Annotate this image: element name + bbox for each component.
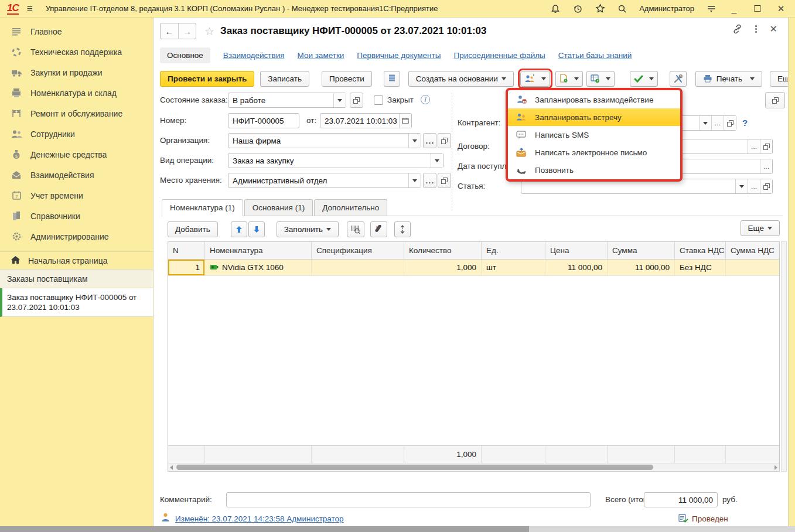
tab-nomenclature[interactable]: Номенклатура (1) — [162, 199, 243, 216]
chevron-down-icon[interactable] — [333, 93, 346, 107]
report-schedule-button[interactable] — [586, 71, 615, 87]
chevron-down-icon[interactable] — [735, 179, 748, 193]
sidebar-item-employees[interactable]: Сотрудники — [0, 124, 153, 144]
prices-open-button[interactable] — [765, 92, 785, 108]
post-and-close-button[interactable]: Провести и закрыть — [160, 71, 254, 87]
favorites-star-icon[interactable] — [595, 4, 605, 14]
row-height-button[interactable] — [394, 221, 411, 237]
storage-place-open-button[interactable] — [438, 173, 451, 188]
order-state-open-button[interactable] — [350, 93, 363, 108]
scrollbar-thumb[interactable] — [0, 526, 529, 532]
closed-checkbox[interactable] — [374, 96, 383, 105]
table-more-button[interactable]: Еще — [741, 220, 780, 236]
tab-main[interactable]: Основное — [160, 47, 210, 63]
organization-select-button[interactable]: … — [423, 133, 436, 148]
price-cell[interactable]: 11 000,00 — [545, 260, 608, 275]
column-header[interactable]: Сумма НДС — [726, 242, 779, 259]
chevron-down-icon[interactable] — [408, 134, 421, 148]
sidebar-item-purchases-sales[interactable]: Закупки и продажи — [0, 62, 153, 83]
minimize-icon[interactable]: _ — [728, 4, 740, 13]
create-based-on-button[interactable]: Создать на основании — [408, 71, 514, 87]
get-link-icon[interactable] — [732, 24, 742, 34]
select-ellipsis-icon[interactable]: … — [711, 116, 724, 130]
document-movements-button[interactable] — [384, 71, 400, 87]
specification-cell[interactable] — [312, 260, 404, 275]
column-header[interactable]: Ед. — [482, 242, 545, 259]
tab-my-notes[interactable]: Мои заметки — [297, 51, 344, 60]
organization-combobox[interactable]: Наша фирма — [228, 133, 421, 148]
open-icon[interactable] — [724, 116, 736, 130]
favorite-star-icon[interactable]: ☆ — [204, 25, 214, 38]
back-icon[interactable]: ← — [161, 23, 178, 39]
close-app-icon[interactable]: ✕ — [775, 4, 787, 14]
sidebar-tab-supplier-orders[interactable]: Заказы поставщикам — [0, 270, 153, 288]
open-icon[interactable] — [760, 139, 772, 154]
storage-place-select-button[interactable]: … — [423, 173, 436, 188]
print-button[interactable]: Печать — [695, 71, 762, 87]
sidebar-item-money[interactable]: $ Денежные средства — [0, 144, 153, 165]
nomenclature-cell[interactable]: NVidia GTX 1060 — [205, 260, 312, 275]
notifications-bell-icon[interactable] — [550, 4, 561, 14]
menu-item-write-sms[interactable]: Написать SMS — [508, 126, 680, 144]
fill-button[interactable]: Заполнить — [277, 221, 339, 237]
comment-input[interactable] — [226, 492, 591, 507]
scroll-left-icon[interactable] — [170, 465, 173, 470]
counterparty-help-icon[interactable]: ? — [742, 118, 748, 128]
storage-place-combobox[interactable]: Административный отдел — [228, 173, 421, 188]
search-icon[interactable] — [617, 4, 627, 14]
column-header[interactable]: N — [168, 242, 205, 259]
scroll-right-icon[interactable] — [774, 465, 777, 470]
tab-interactions[interactable]: Взаимодействия — [223, 51, 285, 60]
post-button[interactable]: Провести — [322, 71, 372, 87]
scrollbar-thumb[interactable] — [176, 465, 653, 470]
table-row[interactable]: 1 NVidia GTX 1060 1,000 шт 11 000,00 11 … — [168, 260, 779, 276]
table-vertical-scrollbar[interactable] — [781, 241, 787, 472]
calendar-icon[interactable] — [399, 114, 411, 128]
menu-item-call[interactable]: Позвонить — [508, 161, 680, 179]
number-input[interactable]: НФИТ-000005 — [228, 113, 299, 128]
sidebar-item-repair-service[interactable]: Ремонт и обслуживание — [0, 103, 153, 124]
sidebar-home-tab[interactable]: Начальная страница — [0, 251, 153, 270]
sidebar-item-catalogs[interactable]: Справочники — [0, 206, 153, 226]
history-icon[interactable] — [572, 4, 583, 14]
grand-total-input[interactable]: 11 000,00 — [644, 492, 718, 507]
service-tools-button[interactable] — [670, 71, 687, 87]
chevron-down-icon[interactable] — [431, 154, 443, 168]
tab-grounds[interactable]: Основания (1) — [244, 199, 313, 216]
info-icon[interactable]: i — [421, 95, 430, 104]
sum-cell[interactable]: 11 000,00 — [608, 260, 675, 275]
save-button[interactable]: Записать — [260, 71, 309, 87]
column-header[interactable]: Количество — [404, 242, 482, 259]
barcode-search-button[interactable] — [347, 221, 364, 237]
modified-link[interactable]: Изменён: 23.07.2021 14:23:58 Администрат… — [175, 514, 344, 523]
window-horizontal-scrollbar[interactable] — [0, 526, 795, 532]
sidebar-item-main[interactable]: Главное — [0, 21, 153, 42]
chevron-down-icon[interactable] — [699, 116, 711, 130]
main-menu-icon[interactable]: ≡ — [27, 3, 33, 15]
sidebar-item-interactions[interactable]: Взаимодействия — [0, 165, 153, 185]
quantity-cell[interactable]: 1,000 — [404, 260, 482, 275]
column-header[interactable]: Ставка НДС — [675, 242, 726, 259]
select-ellipsis-icon[interactable]: … — [748, 179, 760, 193]
doc-schedule-button[interactable] — [555, 71, 583, 87]
column-header[interactable]: Сумма — [608, 242, 675, 259]
date-input[interactable]: 23.07.2021 10:01:03 — [320, 113, 412, 128]
vat-sum-cell[interactable] — [726, 260, 779, 275]
tab-kb-articles[interactable]: Статьи базы знаний — [558, 51, 632, 60]
move-up-button[interactable] — [231, 221, 247, 237]
plan-interaction-menu-button[interactable] — [520, 71, 550, 87]
column-header[interactable]: Цена — [545, 242, 608, 259]
sidebar-item-administration[interactable]: Администрирование — [0, 226, 153, 247]
add-row-button[interactable]: Добавить — [168, 221, 218, 237]
menu-item-plan-meeting[interactable]: Запланировать встречу — [508, 108, 680, 126]
approve-button[interactable] — [630, 71, 658, 87]
tab-additional[interactable]: Дополнительно — [314, 199, 387, 216]
sidebar-item-time-tracking[interactable]: 7 Учет времени — [0, 185, 153, 206]
open-icon[interactable] — [760, 179, 772, 193]
service-menu-icon[interactable] — [706, 4, 716, 14]
tab-attached-files[interactable]: Присоединенные файлы — [453, 51, 545, 60]
close-form-icon[interactable]: ✕ — [770, 23, 777, 35]
sidebar-tab-active-document[interactable]: Заказ поставщику НФИТ-000005 от 23.07.20… — [0, 288, 153, 317]
forward-icon[interactable]: → — [178, 23, 196, 39]
current-user[interactable]: Администратор — [639, 4, 694, 13]
